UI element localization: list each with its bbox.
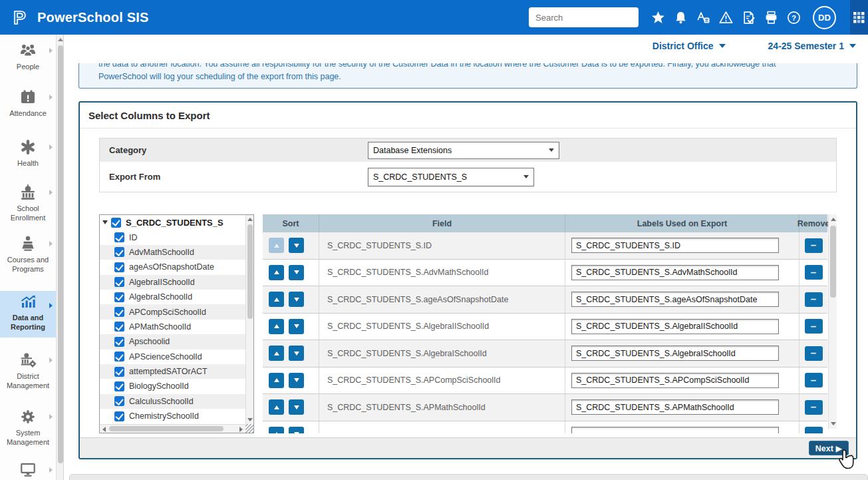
sidebar-item-data-and-reporting[interactable]: Data and Reporting bbox=[0, 291, 56, 338]
tree-horizontal-scrollbar[interactable] bbox=[100, 424, 245, 433]
sort-down-button[interactable] bbox=[289, 319, 304, 334]
checkbox-checked[interactable] bbox=[114, 277, 124, 287]
sort-up-button[interactable] bbox=[269, 427, 284, 433]
sort-up-button[interactable] bbox=[269, 265, 284, 280]
sort-up-button[interactable] bbox=[269, 292, 284, 307]
checkbox-checked[interactable] bbox=[114, 337, 124, 347]
export-label-input[interactable] bbox=[571, 373, 779, 388]
scroll-right-arrow-icon[interactable] bbox=[239, 427, 243, 432]
school-selector[interactable]: District Office bbox=[652, 41, 726, 51]
notifications-bell-icon[interactable] bbox=[669, 5, 692, 29]
sort-down-button[interactable] bbox=[289, 265, 304, 280]
sort-down-button[interactable] bbox=[289, 427, 304, 433]
remove-button[interactable]: – bbox=[805, 319, 823, 334]
table-vertical-scrollbar[interactable] bbox=[828, 214, 837, 429]
category-select[interactable]: Database Extensions bbox=[368, 142, 559, 159]
sort-down-button[interactable] bbox=[289, 238, 304, 253]
scroll-up-arrow-icon[interactable] bbox=[831, 218, 836, 221]
sidebar-item-health[interactable]: Health bbox=[0, 136, 56, 168]
sidebar-item-courses-and-programs[interactable]: Courses and Programs bbox=[0, 233, 56, 274]
report-validation-icon[interactable] bbox=[737, 5, 760, 29]
help-icon[interactable]: ? bbox=[782, 5, 805, 29]
sidebar-item-people[interactable]: People bbox=[0, 40, 56, 71]
export-from-select[interactable]: S_CRDC_STUDENTS_S bbox=[368, 168, 534, 186]
translate-icon[interactable] bbox=[692, 5, 714, 29]
global-search[interactable] bbox=[529, 7, 639, 27]
checkbox-checked[interactable] bbox=[111, 218, 121, 228]
export-label-input[interactable] bbox=[571, 399, 779, 415]
powerschool-logo[interactable]: P PowerSchool SIS bbox=[11, 6, 148, 29]
sort-down-button[interactable] bbox=[289, 346, 304, 361]
export-label-input[interactable] bbox=[571, 265, 779, 280]
checkbox-checked[interactable] bbox=[114, 381, 124, 391]
sort-up-button[interactable] bbox=[269, 373, 284, 388]
checkbox-checked[interactable] bbox=[114, 352, 124, 361]
sidebar-item-attendance[interactable]: Attendance bbox=[0, 87, 56, 118]
scrollbar-thumb[interactable] bbox=[58, 45, 63, 463]
sidebar-item-system-settings[interactable] bbox=[0, 459, 56, 478]
export-label-input[interactable] bbox=[571, 238, 779, 253]
scrollbar-thumb[interactable] bbox=[109, 426, 223, 431]
search-input[interactable] bbox=[529, 13, 655, 23]
sidebar-item-district-management[interactable]: District Management bbox=[0, 350, 56, 391]
tree-item[interactable]: CalculusSchoolId bbox=[100, 394, 245, 409]
export-label-input[interactable] bbox=[571, 319, 779, 334]
user-avatar[interactable]: DD bbox=[813, 6, 836, 29]
apps-grid-icon[interactable] bbox=[850, 0, 868, 35]
term-selector[interactable]: 24-25 Semester 1 bbox=[768, 41, 856, 51]
remove-button[interactable]: – bbox=[805, 427, 823, 433]
scroll-left-arrow-icon[interactable] bbox=[102, 427, 106, 432]
print-icon[interactable] bbox=[760, 5, 782, 29]
remove-button[interactable]: – bbox=[805, 238, 823, 253]
remove-button[interactable]: – bbox=[805, 265, 823, 280]
tree-root-row[interactable]: S_CRDC_STUDENTS_S bbox=[100, 215, 245, 230]
alerts-warning-icon[interactable] bbox=[714, 5, 737, 29]
sort-down-button[interactable] bbox=[289, 399, 304, 415]
tree-item[interactable]: Apschoolid bbox=[100, 334, 245, 349]
sort-up-button[interactable] bbox=[269, 319, 284, 334]
tree-item[interactable]: AlgebraIISchoolId bbox=[100, 275, 245, 290]
tree-item[interactable]: APMathSchoolId bbox=[100, 320, 245, 334]
tree-item[interactable]: AdvMathSchoolId bbox=[100, 245, 245, 260]
checkbox-checked[interactable] bbox=[114, 411, 124, 421]
next-button[interactable]: Next ▶ bbox=[809, 441, 849, 455]
tree-item[interactable]: ID bbox=[100, 230, 245, 244]
remove-button[interactable]: – bbox=[805, 373, 823, 387]
export-label-input[interactable] bbox=[571, 292, 779, 307]
scrollbar-thumb[interactable] bbox=[830, 226, 836, 298]
scroll-up-arrow-icon[interactable] bbox=[58, 38, 63, 41]
remove-button[interactable]: – bbox=[805, 292, 823, 307]
favorites-star-icon[interactable] bbox=[647, 5, 669, 29]
export-label-input[interactable] bbox=[571, 427, 779, 433]
sidebar-item-school-enrollment[interactable]: School Enrollment bbox=[0, 182, 56, 223]
scroll-down-arrow-icon[interactable] bbox=[831, 422, 836, 425]
sort-up-button[interactable] bbox=[269, 346, 284, 361]
sort-up-button[interactable] bbox=[269, 399, 284, 415]
checkbox-checked[interactable] bbox=[114, 307, 124, 317]
collapse-caret-icon[interactable] bbox=[102, 220, 108, 224]
sort-down-button[interactable] bbox=[289, 373, 304, 388]
scrollbar-thumb[interactable] bbox=[247, 224, 253, 319]
tree-item[interactable]: ageAsOfSnapshotDate bbox=[100, 260, 245, 274]
checkbox-checked[interactable] bbox=[114, 262, 124, 272]
tree-item[interactable]: APCompSciSchoolId bbox=[100, 304, 245, 319]
sort-up-button[interactable] bbox=[269, 238, 284, 253]
remove-button[interactable]: – bbox=[805, 400, 823, 415]
checkbox-checked[interactable] bbox=[114, 367, 124, 377]
checkbox-checked[interactable] bbox=[114, 232, 124, 242]
tree-item[interactable]: BiologySchoolId bbox=[100, 379, 245, 393]
tree-item[interactable]: ChemistrySchoolId bbox=[100, 409, 245, 423]
checkbox-checked[interactable] bbox=[114, 396, 124, 406]
checkbox-checked[interactable] bbox=[114, 322, 124, 332]
tree-vertical-scrollbar[interactable] bbox=[245, 215, 253, 424]
tree-item[interactable]: AlgebraISchoolId bbox=[100, 290, 245, 304]
sidebar-item-system-management[interactable]: System Management bbox=[0, 406, 56, 447]
checkbox-checked[interactable] bbox=[114, 247, 124, 257]
resize-grip[interactable] bbox=[245, 424, 253, 433]
tree-item[interactable]: attemptedSATOrACT bbox=[100, 364, 245, 379]
sort-down-button[interactable] bbox=[289, 292, 304, 307]
scroll-up-arrow-icon[interactable] bbox=[247, 218, 253, 221]
tree-item[interactable]: APScienceSchoolId bbox=[100, 350, 245, 364]
page-scrollbar[interactable] bbox=[56, 35, 64, 480]
export-label-input[interactable] bbox=[571, 346, 779, 361]
